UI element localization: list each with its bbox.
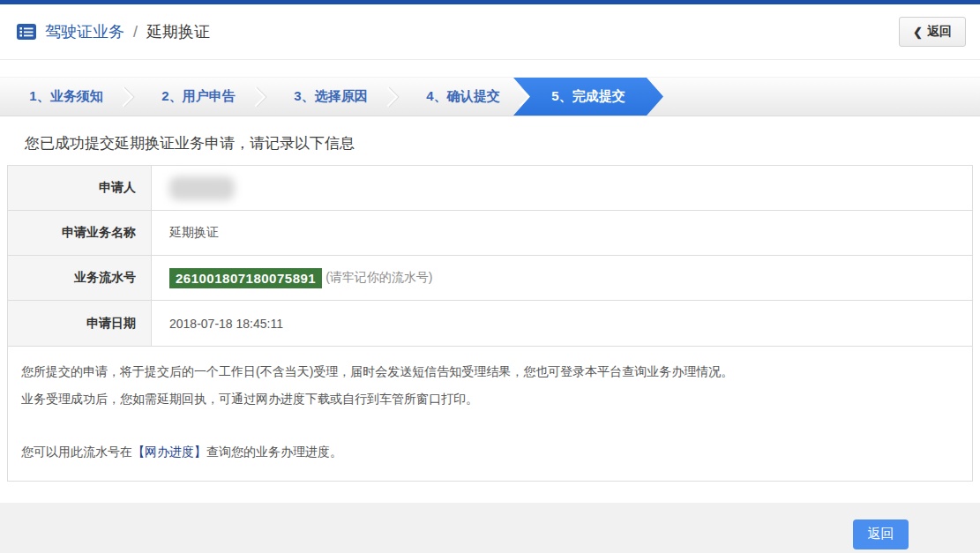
step-label: 5、完成提交 [551, 88, 625, 105]
chevron-right-icon [378, 86, 399, 107]
online-progress-link[interactable]: 【网办进度】 [132, 445, 206, 459]
table-row-applicant: 申请人 [8, 166, 972, 211]
row-label: 申请人 [8, 166, 152, 210]
notes-box: 您所提交的申请，将于提交后的一个工作日(不含当天)受理，届时会发送短信告知受理结… [7, 347, 973, 482]
chevron-right-icon [246, 86, 266, 107]
table-row-serial-number: 业务流水号 261001807180075891 (请牢记你的流水号) [8, 256, 972, 301]
serial-number-hint: (请牢记你的流水号) [325, 270, 432, 286]
success-message: 您已成功提交延期换证业务申请，请记录以下信息 [25, 133, 980, 153]
breadcrumb-current: 延期换证 [146, 23, 210, 41]
back-button-label: 返回 [927, 24, 952, 40]
step-5-complete-submit-active[interactable]: 5、完成提交 [513, 78, 663, 116]
return-button[interactable]: 返回 [853, 519, 909, 549]
breadcrumb-category: 驾驶证业务 [45, 23, 124, 41]
row-value [152, 166, 972, 210]
footer-action-bar: 返回 [0, 503, 980, 553]
row-value: 延期换证 [152, 211, 972, 255]
step-4-confirm-submit[interactable]: 4、确认提交 [397, 78, 529, 116]
step-label: 3、选择原因 [294, 88, 367, 105]
step-label: 2、用户申告 [161, 88, 235, 105]
progress-note-suffix: 查询您的业务办理进度。 [206, 445, 342, 459]
step-3-select-reason[interactable]: 3、选择原因 [265, 78, 397, 116]
progress-note: 您可以用此流水号在【网办进度】查询您的业务办理进度。 [21, 438, 959, 466]
note-line-1: 您所提交的申请，将于提交后的一个工作日(不含当天)受理，届时会发送短信告知受理结… [21, 358, 959, 385]
redacted-applicant-name [169, 176, 235, 200]
document-list-icon [16, 23, 37, 41]
row-label: 申请日期 [8, 301, 152, 346]
step-2-user-declaration[interactable]: 2、用户申告 [132, 78, 265, 116]
chevron-left-icon: ❮ [913, 26, 923, 39]
table-row-business-name: 申请业务名称 延期换证 [8, 211, 972, 256]
serial-number-badge: 261001807180075891 [169, 268, 322, 288]
row-label: 业务流水号 [8, 256, 152, 300]
breadcrumb: 驾驶证业务 / 延期换证 [16, 21, 210, 42]
breadcrumb-separator: / [133, 23, 138, 41]
wizard-step-bar: 1、业务须知 2、用户申告 3、选择原因 4、确认提交 5、完成提交 [0, 77, 980, 116]
page-title: 驾驶证业务 / 延期换证 [45, 21, 210, 42]
page-header: 驾驶证业务 / 延期换证 ❮ 返回 [0, 4, 980, 60]
note-line-2: 业务受理成功后，您如需延期回执，可通过网办进度下载或自行到车管所窗口打印。 [21, 385, 959, 413]
row-value: 2018-07-18 18:45:11 [152, 301, 972, 346]
row-label: 申请业务名称 [8, 211, 152, 255]
step-1-business-notice[interactable]: 1、业务须知 [0, 78, 132, 116]
table-row-apply-date: 申请日期 2018-07-18 18:45:11 [8, 301, 972, 346]
progress-note-prefix: 您可以用此流水号在 [21, 445, 132, 459]
chevron-right-icon [114, 86, 134, 107]
back-button-top[interactable]: ❮ 返回 [899, 17, 966, 47]
application-info-table: 申请人 申请业务名称 延期换证 业务流水号 261001807180075891… [7, 165, 973, 347]
step-label: 4、确认提交 [426, 88, 499, 105]
row-value: 261001807180075891 (请牢记你的流水号) [152, 256, 972, 300]
step-label: 1、业务须知 [29, 88, 102, 105]
